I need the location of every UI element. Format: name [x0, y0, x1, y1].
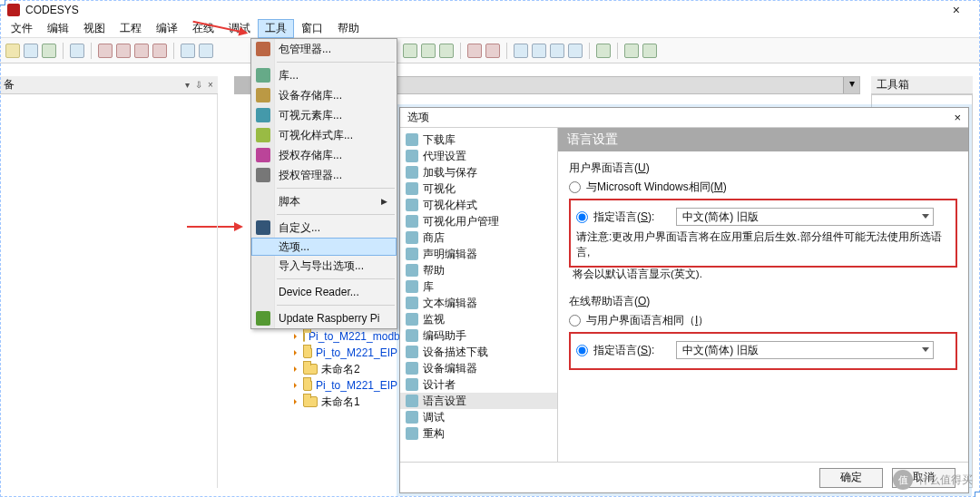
options-category-item[interactable]: 设计者 — [400, 376, 557, 393]
project-tree-item[interactable]: Pi_to_M221_modbus — [292, 328, 397, 345]
tools-menu-item[interactable]: 包管理器... — [251, 39, 397, 59]
tools-menu-item[interactable]: 库... — [251, 65, 397, 85]
toolbox-header: 工具箱 — [871, 76, 973, 94]
tool-misc-icon[interactable] — [642, 44, 657, 58]
tools-menu-item[interactable]: Update Raspberry Pi — [251, 308, 397, 328]
options-pane-title: 语言设置 — [558, 128, 968, 151]
radio-help-same-as-ui[interactable] — [569, 315, 581, 326]
panel-menu-icon[interactable]: ▾ — [182, 81, 191, 90]
tool-stepover-icon[interactable] — [532, 44, 546, 58]
highlight-help-language: 指定语言(S): 中文(简体) 旧版 — [569, 332, 957, 370]
options-category-item[interactable]: 设备编辑器 — [400, 360, 557, 376]
tool-watch-icon[interactable] — [596, 44, 611, 58]
tools-menu-item[interactable]: 自定义... — [251, 218, 397, 238]
tool-copy-icon[interactable] — [116, 44, 131, 58]
menu-project[interactable]: 工程 — [113, 19, 149, 38]
watermark-logo-icon: 值 — [893, 470, 913, 490]
options-category-item[interactable]: 声明编辑器 — [400, 246, 557, 262]
menu-tools[interactable]: 工具 — [258, 19, 294, 38]
ui-language-note: 请注意:更改用户界面语言将在应用重启后生效.部分组件可能无法使用所选语言, — [576, 229, 950, 260]
options-category-item[interactable]: 帮助 — [400, 262, 557, 278]
menu-item-label: 授权管理器... — [279, 168, 342, 183]
expand-arrow-icon — [294, 383, 299, 388]
options-category-item[interactable]: 可视化 — [400, 180, 557, 197]
dialog-close-icon[interactable]: × — [954, 111, 961, 124]
menu-help[interactable]: 帮助 — [330, 19, 367, 38]
radio-ui-same-as-windows[interactable] — [569, 181, 581, 193]
category-icon — [406, 215, 418, 228]
options-category-item[interactable]: 下载库 — [400, 132, 557, 148]
tool-new-icon[interactable] — [5, 44, 20, 58]
options-category-item[interactable]: 可视化样式 — [400, 197, 557, 213]
tool-logout-icon[interactable] — [439, 44, 454, 58]
options-category-item[interactable]: 调试 — [400, 409, 557, 425]
tool-cut-icon[interactable] — [98, 44, 113, 58]
tools-menu-item[interactable]: Device Reader... — [251, 282, 397, 302]
project-tree-item[interactable]: Pi_to_M221_EIP — [292, 377, 397, 394]
menu-file[interactable]: 文件 — [4, 19, 40, 38]
tool-step-icon[interactable] — [514, 44, 528, 58]
category-icon — [406, 329, 418, 342]
editor-tab-dropdown-icon[interactable]: ▾ — [843, 77, 859, 93]
tool-trace-icon[interactable] — [624, 44, 639, 58]
tools-menu-item[interactable]: 可视化样式库... — [251, 125, 397, 145]
category-label: 重构 — [423, 426, 445, 442]
options-category-item[interactable]: 重构 — [400, 425, 557, 442]
tool-delete-icon[interactable] — [152, 44, 167, 58]
tools-menu-item[interactable]: 设备存储库... — [251, 85, 397, 105]
options-category-item[interactable]: 库 — [400, 278, 557, 295]
tool-print-icon[interactable] — [70, 44, 84, 58]
expand-arrow-icon — [294, 334, 299, 339]
tool-find-icon[interactable] — [181, 44, 195, 58]
tools-menu-item[interactable]: 脚本▶ — [251, 191, 397, 211]
tool-run-icon[interactable] — [467, 44, 482, 58]
options-category-item[interactable]: 编码助手 — [400, 327, 557, 344]
side-panel-header: 备 ▾ ⇩ × — [0, 76, 218, 94]
options-category-item[interactable]: 可视化用户管理 — [400, 213, 557, 229]
options-category-item[interactable]: 商店 — [400, 229, 557, 246]
options-category-item[interactable]: 加载与保存 — [400, 164, 557, 180]
editor-tab-left-icon[interactable] — [235, 77, 251, 93]
panel-close-icon[interactable]: × — [206, 81, 215, 90]
tool-save-icon[interactable] — [42, 44, 56, 58]
project-tree-item[interactable]: 未命名1 — [292, 394, 397, 410]
menu-build[interactable]: 编译 — [149, 19, 185, 38]
window-close-icon[interactable]: × — [953, 3, 960, 17]
options-category-item[interactable]: 文本编辑器 — [400, 295, 557, 311]
tool-stop-icon[interactable] — [485, 44, 500, 58]
menu-edit[interactable]: 编辑 — [40, 19, 76, 38]
tool-login-icon[interactable] — [421, 44, 436, 58]
options-category-item[interactable]: 设备描述下载 — [400, 344, 557, 360]
menu-online[interactable]: 在线 — [185, 19, 221, 38]
tool-open-icon[interactable] — [24, 44, 38, 58]
tool-stepout-icon[interactable] — [550, 44, 564, 58]
project-tree-item[interactable]: 未命名2 — [292, 361, 397, 377]
tool-build-icon[interactable] — [403, 44, 417, 58]
tool-paste-icon[interactable] — [134, 44, 149, 58]
tools-menu-item[interactable]: 选项... — [251, 238, 397, 256]
options-category-item[interactable]: 代理设置 — [400, 148, 557, 164]
radio-help-specific[interactable] — [576, 345, 588, 356]
ok-button[interactable]: 确定 — [819, 468, 883, 488]
tool-break-icon[interactable] — [568, 44, 583, 58]
tool-findnext-icon[interactable] — [199, 44, 213, 58]
panel-pin-icon[interactable]: ⇩ — [194, 81, 203, 90]
tools-menu-item[interactable]: 授权管理器... — [251, 165, 397, 185]
options-category-list[interactable]: 下载库代理设置加载与保存可视化可视化样式可视化用户管理商店声明编辑器帮助库文本编… — [400, 128, 558, 462]
options-category-item[interactable]: 语言设置 — [400, 393, 557, 409]
tools-menu-item[interactable]: 授权存储库... — [251, 145, 397, 165]
project-tree-item[interactable]: Pi_to_M221_EIP — [292, 345, 397, 361]
category-icon — [406, 166, 418, 179]
options-category-item[interactable]: 监视 — [400, 311, 557, 327]
radio-help-same-label: 与用户界面语言相同（I） — [586, 313, 709, 328]
tools-menu-item[interactable]: 导入与导出选项... — [251, 256, 397, 276]
menu-item-label: 可视元素库... — [279, 108, 342, 123]
radio-ui-specific[interactable] — [576, 211, 588, 223]
tools-menu-item[interactable]: 可视元素库... — [251, 105, 397, 125]
menu-window[interactable]: 窗口 — [294, 19, 330, 38]
ui-language-select[interactable]: 中文(简体) 旧版 — [676, 208, 934, 226]
category-label: 下载库 — [423, 132, 456, 148]
menu-item-icon — [256, 42, 270, 56]
menu-view[interactable]: 视图 — [76, 19, 113, 38]
help-language-select[interactable]: 中文(简体) 旧版 — [676, 341, 934, 359]
